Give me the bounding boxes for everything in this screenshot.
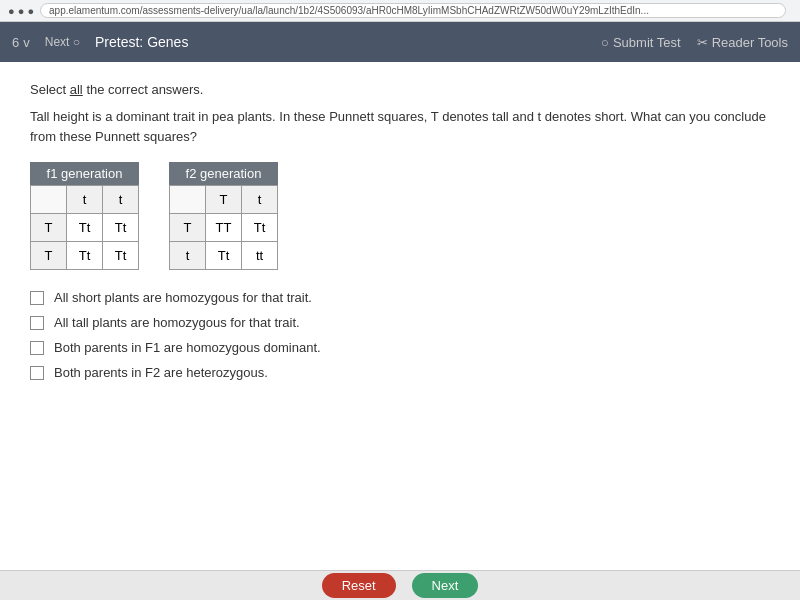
checkbox-2[interactable] bbox=[30, 316, 44, 330]
bottom-bar: Reset Next bbox=[0, 570, 800, 600]
header-left: 6 v Next ○ Pretest: Genes bbox=[12, 33, 188, 51]
option-1[interactable]: All short plants are homozygous for that… bbox=[30, 290, 770, 305]
f1-cell-Tt3: Tt bbox=[67, 242, 103, 270]
submit-label: Submit Test bbox=[613, 35, 681, 50]
punnett-f2: f2 generation T t T TT Tt t Tt bbox=[169, 162, 278, 270]
f2-cell-Tt2: Tt bbox=[206, 242, 242, 270]
option-2[interactable]: All tall plants are homozygous for that … bbox=[30, 315, 770, 330]
table-row: t Tt tt bbox=[170, 242, 278, 270]
question-num-value: 6 bbox=[12, 35, 19, 50]
f2-cell-Tt1: Tt bbox=[242, 214, 278, 242]
f2-header-t: t bbox=[242, 186, 278, 214]
next-button[interactable]: Next bbox=[412, 573, 479, 598]
submit-test-button[interactable]: ○ Submit Test bbox=[601, 35, 681, 50]
instruction-text: Select all the correct answers. bbox=[30, 82, 770, 97]
f1-cell-Tt1: Tt bbox=[67, 214, 103, 242]
instruction-emphasis: all bbox=[70, 82, 83, 97]
f1-header-empty bbox=[31, 186, 67, 214]
f2-row1-T: T bbox=[170, 214, 206, 242]
punnett-f2-caption: f2 generation bbox=[169, 162, 278, 185]
option-3[interactable]: Both parents in F1 are homozygous domina… bbox=[30, 340, 770, 355]
option-4-label: Both parents in F2 are heterozygous. bbox=[54, 365, 268, 380]
browser-controls: ● ● ● bbox=[8, 5, 34, 17]
f1-row2-T: T bbox=[31, 242, 67, 270]
chevron-icon: v bbox=[23, 35, 30, 50]
table-row: T Tt Tt bbox=[31, 242, 139, 270]
table-row: T Tt Tt bbox=[31, 214, 139, 242]
checkbox-1[interactable] bbox=[30, 291, 44, 305]
reader-tools-icon: ✂ bbox=[697, 35, 708, 50]
checkbox-4[interactable] bbox=[30, 366, 44, 380]
nav-circle-icon: ○ bbox=[73, 35, 80, 49]
punnett-container: f1 generation t t T Tt Tt T Tt bbox=[30, 162, 770, 270]
f2-cell-TT: TT bbox=[206, 214, 242, 242]
option-1-label: All short plants are homozygous for that… bbox=[54, 290, 312, 305]
reset-button[interactable]: Reset bbox=[322, 573, 396, 598]
option-3-label: Both parents in F1 are homozygous domina… bbox=[54, 340, 321, 355]
question-number: 6 v bbox=[12, 35, 30, 50]
f2-row2-t: t bbox=[170, 242, 206, 270]
punnett-f1: f1 generation t t T Tt Tt T Tt bbox=[30, 162, 139, 270]
header-right: ○ Submit Test ✂ Reader Tools bbox=[601, 35, 788, 50]
question-text: Tall height is a dominant trait in pea p… bbox=[30, 107, 770, 146]
f2-header-T: T bbox=[206, 186, 242, 214]
punnett-f1-table: f1 generation t t T Tt Tt T Tt bbox=[30, 162, 139, 270]
table-row: T TT Tt bbox=[170, 214, 278, 242]
checkbox-3[interactable] bbox=[30, 341, 44, 355]
option-4[interactable]: Both parents in F2 are heterozygous. bbox=[30, 365, 770, 380]
punnett-f1-caption: f1 generation bbox=[30, 162, 139, 185]
reader-tools-label: Reader Tools bbox=[712, 35, 788, 50]
test-title: Pretest: Genes bbox=[95, 34, 188, 50]
option-2-label: All tall plants are homozygous for that … bbox=[54, 315, 300, 330]
app-header: 6 v Next ○ Pretest: Genes ○ Submit Test … bbox=[0, 22, 800, 62]
table-row: T t bbox=[170, 186, 278, 214]
next-nav-label: Next bbox=[45, 35, 70, 49]
main-content: Select all the correct answers. Tall hei… bbox=[0, 62, 800, 570]
options-container: All short plants are homozygous for that… bbox=[30, 290, 770, 380]
f2-header-empty bbox=[170, 186, 206, 214]
reader-tools-button[interactable]: ✂ Reader Tools bbox=[697, 35, 788, 50]
browser-bar: ● ● ● app.elamentum.com/assessments-deli… bbox=[0, 0, 800, 22]
url-bar[interactable]: app.elamentum.com/assessments-delivery/u… bbox=[40, 3, 786, 18]
f1-row1-T: T bbox=[31, 214, 67, 242]
next-nav-button[interactable]: Next ○ bbox=[40, 33, 85, 51]
f1-cell-Tt4: Tt bbox=[103, 242, 139, 270]
punnett-f2-table: f2 generation T t T TT Tt t Tt bbox=[169, 162, 278, 270]
f2-cell-tt: tt bbox=[242, 242, 278, 270]
f1-header-t2: t bbox=[103, 186, 139, 214]
table-row: t t bbox=[31, 186, 139, 214]
submit-icon: ○ bbox=[601, 35, 609, 50]
f1-header-t1: t bbox=[67, 186, 103, 214]
f1-cell-Tt2: Tt bbox=[103, 214, 139, 242]
